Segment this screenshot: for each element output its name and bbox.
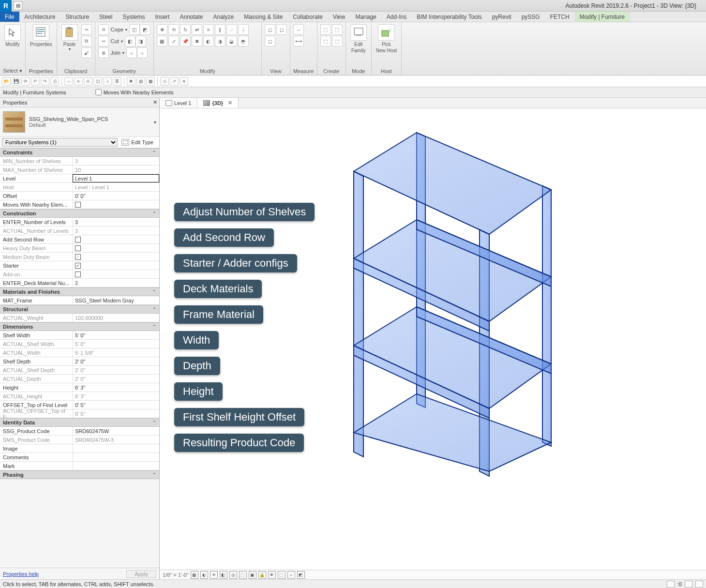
geom-z1-icon[interactable]: ⟐: [126, 47, 137, 58]
sb-filter-icon[interactable]: [685, 581, 692, 588]
menu-view[interactable]: View: [328, 12, 351, 22]
qs-align-icon[interactable]: ≡: [74, 77, 83, 86]
param-row-constraints-4[interactable]: Offset0' 0": [0, 192, 159, 200]
checkbox-icon[interactable]: [75, 237, 81, 242]
checkbox-icon[interactable]: [75, 271, 81, 277]
array-icon[interactable]: ▦: [157, 36, 167, 46]
param-row-dimensions-2[interactable]: ACTUAL_Width5' 1 5/8": [0, 348, 159, 357]
shadows-icon[interactable]: ◧: [220, 571, 227, 579]
param-row-materials-0[interactable]: MAT_FrameSSG_Steel Modern Gray: [0, 296, 159, 305]
menu-manage[interactable]: Manage: [350, 12, 381, 22]
param-row-construction-4[interactable]: Medium Duty Beam✓: [0, 253, 159, 261]
menu-structure[interactable]: Structure: [60, 12, 94, 22]
menu-massing[interactable]: Massing & Site: [239, 12, 288, 22]
pick-new-host-button[interactable]: Pick New Host: [376, 24, 397, 53]
menu-file[interactable]: File: [0, 12, 19, 22]
param-value[interactable]: SRD602475W-3: [73, 436, 159, 444]
move-icon[interactable]: ✥: [157, 24, 167, 35]
join-label[interactable]: Join: [109, 47, 122, 58]
view-ic2[interactable]: ◻: [276, 24, 287, 35]
view-scale-label[interactable]: 1/8" = 1'-0": [163, 572, 189, 578]
param-value[interactable]: [73, 244, 159, 252]
qs-save-icon[interactable]: 💾: [12, 77, 20, 86]
param-value[interactable]: 6' 3": [73, 392, 159, 400]
param-value[interactable]: ✓: [73, 261, 159, 270]
param-value[interactable]: Level : Level 1: [73, 183, 159, 191]
properties-close-icon[interactable]: ✕: [153, 99, 157, 106]
param-value[interactable]: [73, 270, 159, 278]
menu-systems[interactable]: Systems: [118, 12, 150, 22]
param-value[interactable]: 2: [73, 279, 159, 287]
delete-icon[interactable]: ✖: [192, 36, 202, 46]
param-row-identity-1[interactable]: SMS_Product CodeSRD602475W-3: [0, 436, 159, 444]
checkbox-icon[interactable]: [75, 245, 81, 251]
match-type-icon[interactable]: 🖌: [81, 47, 92, 58]
menu-fetch[interactable]: FETCH: [545, 12, 575, 22]
param-row-dimensions-7[interactable]: ACTUAL_Height6' 3": [0, 392, 159, 401]
param-value[interactable]: 5' 0": [73, 331, 159, 339]
qs-undo-icon[interactable]: ↶: [31, 77, 40, 86]
param-row-identity-0[interactable]: SSG_Product CodeSRD602475W: [0, 427, 159, 436]
param-value[interactable]: [73, 235, 159, 243]
param-value[interactable]: Level 1: [73, 174, 159, 182]
analytical-icon[interactable]: ⟐: [287, 571, 295, 579]
qs-text-icon[interactable]: A: [84, 77, 92, 86]
group-identity[interactable]: Identity Data⌃: [0, 418, 159, 427]
trim-icon[interactable]: ⟋: [226, 24, 237, 35]
group-structural[interactable]: Structural⌃: [0, 305, 159, 314]
group-construction[interactable]: Construction⌃: [0, 209, 159, 218]
mod-d-icon[interactable]: ◓: [238, 36, 249, 46]
menu-steel[interactable]: Steel: [94, 12, 118, 22]
param-value[interactable]: 2' 0": [73, 366, 159, 374]
param-value[interactable]: [73, 453, 159, 461]
qs-c-icon[interactable]: ▾: [180, 77, 188, 86]
geom-z2-icon[interactable]: ⟐: [137, 47, 148, 58]
param-row-dimensions-5[interactable]: ACTUAL_Depth2' 0": [0, 375, 159, 383]
mod-a-icon[interactable]: ◐: [203, 36, 214, 46]
paste-button[interactable]: Paste ▾: [61, 24, 78, 58]
param-row-constraints-3[interactable]: HostLevel : Level 1: [0, 183, 159, 192]
qs-sync-icon[interactable]: ⟳: [21, 77, 30, 86]
view-tab-3d[interactable]: {3D} ✕: [197, 98, 239, 108]
measure-icon[interactable]: ↔: [293, 24, 304, 35]
visual-style-icon[interactable]: ◐: [200, 571, 208, 579]
cope-label[interactable]: Cope: [109, 24, 125, 35]
menu-analyze[interactable]: Analyze: [209, 12, 240, 22]
join-icon[interactable]: ⊕: [98, 47, 109, 58]
qs-redo-icon[interactable]: ↷: [41, 77, 49, 86]
qs-close-icon[interactable]: ✖: [127, 77, 135, 86]
param-row-constraints-1[interactable]: MAX_Number of Shelves10: [0, 166, 159, 174]
rotate-icon[interactable]: ↻: [180, 24, 191, 35]
copy-move-icon[interactable]: ⟲: [168, 24, 179, 35]
cut-geom-icon[interactable]: ✂: [98, 36, 109, 46]
crop-icon[interactable]: ⬚: [239, 571, 247, 579]
render-icon[interactable]: ◎: [229, 571, 237, 579]
param-row-identity-4[interactable]: Mark: [0, 462, 159, 470]
menu-pyssg[interactable]: pySSG: [517, 12, 545, 22]
qa-home-icon[interactable]: ▤: [14, 1, 22, 10]
group-dimensions[interactable]: Dimensions⌃: [0, 322, 159, 331]
geom-y2-icon[interactable]: ◨: [135, 36, 146, 46]
param-value[interactable]: 3: [73, 157, 159, 165]
group-phasing[interactable]: Phasing⌃: [0, 470, 159, 479]
param-value[interactable]: SRD602475W: [73, 427, 159, 435]
qs-custom-icon[interactable]: ▦: [146, 77, 155, 86]
param-value[interactable]: ✓: [73, 253, 159, 261]
cut-label[interactable]: Cut: [109, 36, 121, 46]
menu-modify-furniture[interactable]: Modify | Furniture: [575, 12, 630, 22]
param-row-dimensions-9[interactable]: ACTUAL_OFFSET_Top of F...0' 5": [0, 409, 159, 418]
view-ic3[interactable]: ◻: [265, 36, 275, 46]
menu-collaborate[interactable]: Collaborate: [288, 12, 328, 22]
type-selector[interactable]: SSG_Shelving_Wide_Span_PCS Default ▾: [0, 107, 159, 137]
shelving-3d-model[interactable]: [320, 113, 571, 481]
reveal-icon[interactable]: ⬚: [278, 571, 285, 579]
param-value[interactable]: 0' 5": [73, 409, 159, 418]
param-value[interactable]: 3: [73, 218, 159, 226]
moves-checkbox[interactable]: [95, 89, 102, 95]
param-value[interactable]: 10: [73, 166, 159, 174]
group-constraints[interactable]: Constraints⌃: [0, 148, 159, 157]
create-ic2[interactable]: ⬚: [332, 24, 343, 35]
param-row-constraints-0[interactable]: MIN_Number of Shelves3: [0, 157, 159, 166]
copy-icon[interactable]: ⧉: [81, 36, 92, 46]
param-value[interactable]: [73, 200, 159, 209]
